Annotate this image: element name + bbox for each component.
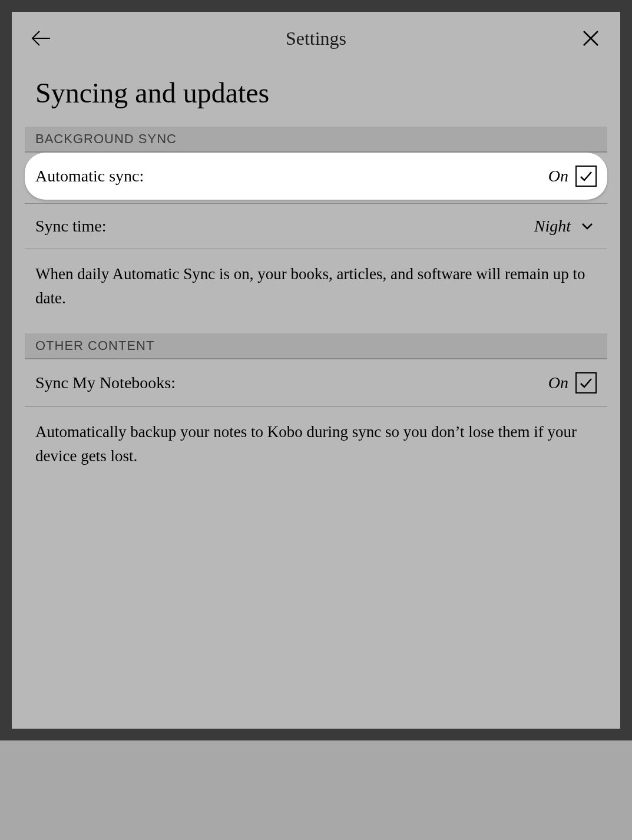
sync-time-row[interactable]: Sync time: Night [25, 203, 607, 249]
automatic-sync-value-text: On [548, 167, 568, 186]
sync-notebooks-value: On [548, 372, 597, 393]
checkbox-checked-icon[interactable] [575, 166, 597, 187]
sync-time-label: Sync time: [35, 217, 107, 236]
back-button[interactable] [29, 27, 53, 50]
background-sync-description: When daily Automatic Sync is on, your bo… [25, 249, 607, 333]
section-header-background-sync: BACKGROUND SYNC [25, 127, 607, 153]
close-button[interactable] [579, 27, 603, 50]
content: BACKGROUND SYNC Automatic sync: On Sync … [12, 127, 620, 491]
sync-time-value: Night [534, 217, 597, 236]
sync-notebooks-row[interactable]: Sync My Notebooks: On [25, 359, 607, 407]
automatic-sync-value: On [548, 166, 597, 187]
sync-notebooks-value-text: On [548, 373, 568, 392]
other-content-description: Automatically backup your notes to Kobo … [25, 407, 607, 491]
section-header-other-content: OTHER CONTENT [25, 333, 607, 359]
device-frame: Settings Syncing and updates BACKGROUND … [0, 0, 632, 740]
screen: Settings Syncing and updates BACKGROUND … [12, 12, 620, 729]
page-title: Syncing and updates [12, 65, 620, 127]
arrow-left-icon [31, 30, 51, 47]
header-title: Settings [53, 28, 579, 49]
sync-time-value-text: Night [534, 217, 571, 236]
header-bar: Settings [12, 12, 620, 65]
sync-notebooks-label: Sync My Notebooks: [35, 373, 176, 392]
checkbox-checked-icon[interactable] [575, 372, 597, 393]
close-icon [582, 29, 600, 47]
chevron-down-icon[interactable] [578, 219, 597, 233]
automatic-sync-row[interactable]: Automatic sync: On [25, 153, 607, 200]
automatic-sync-label: Automatic sync: [35, 167, 144, 186]
